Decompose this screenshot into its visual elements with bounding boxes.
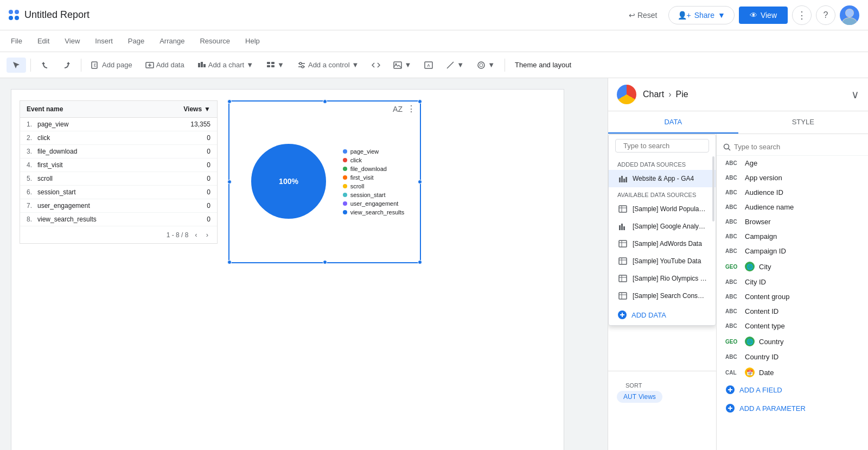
prev-page-button[interactable]: ‹ <box>193 230 199 240</box>
panel-tabs: DATA STYLE <box>608 111 868 134</box>
scorecard-dropdown[interactable]: ▼ <box>277 61 284 69</box>
panel-title: Chart › Pie <box>643 90 845 99</box>
next-page-button[interactable]: › <box>204 230 210 240</box>
sort-chip[interactable]: AUT Views <box>617 391 662 403</box>
svg-point-16 <box>302 66 304 68</box>
resize-handle-ml[interactable] <box>227 180 232 184</box>
control-dropdown[interactable]: ▼ <box>352 61 359 69</box>
resize-handle-tm[interactable] <box>323 99 327 104</box>
field-item[interactable]: ABC Country ID <box>717 350 868 364</box>
field-item[interactable]: ABC Campaign ID <box>717 244 868 258</box>
resize-handle-tr[interactable] <box>418 99 422 104</box>
ds-item-available[interactable]: [Sample] World Population D... <box>609 200 716 218</box>
ds-item-available[interactable]: [Sample] AdWords Data <box>609 235 716 252</box>
sort-section: Sort AUT Views <box>608 371 716 409</box>
shape-dropdown[interactable]: ▼ <box>488 61 495 69</box>
field-item[interactable]: ABC App version <box>717 170 868 185</box>
menu-insert[interactable]: Insert <box>88 35 119 47</box>
row-value: 0 <box>178 148 210 155</box>
add-scorecard-button[interactable]: ▼ <box>261 58 290 73</box>
svg-rect-10 <box>271 62 275 64</box>
embed-button[interactable] <box>366 58 386 73</box>
help-button[interactable]: ? <box>816 5 835 25</box>
ds-item-available[interactable]: [Sample] YouTube Data <box>609 252 716 270</box>
field-item[interactable]: ABC Content ID <box>717 304 868 319</box>
add-page-button[interactable]: Add page <box>86 58 138 73</box>
field-item[interactable]: ABC Audience ID <box>717 185 868 200</box>
legend-label: scroll <box>350 183 365 189</box>
more-button[interactable]: ⋮ <box>792 5 812 25</box>
field-item[interactable]: GEO 🌐 City <box>717 258 868 275</box>
field-item[interactable]: ABC Browser <box>717 214 868 229</box>
menu-arrange[interactable]: Arrange <box>153 35 191 47</box>
ds-item-available[interactable]: [Sample] Google Analytics D... <box>609 218 716 235</box>
add-control-button[interactable]: Add a control ▼ <box>292 58 364 73</box>
add-field-button[interactable]: ADD A FIELD <box>717 381 868 399</box>
resize-handle-bl[interactable] <box>227 260 232 264</box>
resize-handle-bm[interactable] <box>323 260 327 264</box>
image-dropdown[interactable]: ▼ <box>404 61 411 69</box>
tab-style[interactable]: STYLE <box>738 111 869 134</box>
field-name: Browser <box>745 218 771 226</box>
line-button[interactable]: ▼ <box>441 58 469 73</box>
text-button[interactable]: A <box>419 58 438 73</box>
table-pagination: 1 - 8 / 8 ‹ › <box>20 226 217 243</box>
ds-search-input[interactable] <box>623 142 714 150</box>
add-chart-button[interactable]: Add a chart ▼ <box>192 58 259 73</box>
ds-scrollbar[interactable] <box>712 156 714 221</box>
menu-view[interactable]: View <box>58 35 86 47</box>
share-button[interactable]: 👤+ Share ▼ <box>668 6 735 24</box>
add-chart-dropdown[interactable]: ▼ <box>246 61 253 69</box>
menu-edit[interactable]: Edit <box>31 35 56 47</box>
legend-item: page_view <box>343 148 405 155</box>
svg-rect-17 <box>394 62 401 68</box>
resize-handle-tl[interactable] <box>227 99 232 104</box>
menu-help[interactable]: Help <box>239 35 266 47</box>
fields-search[interactable] <box>717 138 868 156</box>
field-item[interactable]: GEO 🌐 Country <box>717 333 868 350</box>
line-dropdown[interactable]: ▼ <box>457 61 464 69</box>
field-item[interactable]: CAL 📅 Date <box>717 364 868 381</box>
table-header-views[interactable]: Views ▼ <box>183 105 210 113</box>
image-button[interactable]: ▼ <box>388 58 417 73</box>
field-item[interactable]: ABC Content group <box>717 289 868 304</box>
add-parameter-button[interactable]: ADD A PARAMETER <box>717 399 868 417</box>
tab-data[interactable]: DATA <box>608 111 738 134</box>
menu-page[interactable]: Page <box>122 35 151 47</box>
menu-file[interactable]: File <box>4 35 29 47</box>
add-data-button-panel[interactable]: ADD DATA <box>609 305 716 325</box>
ds-item-ga4[interactable]: Website & App - GA4 <box>609 170 716 187</box>
ds-icon <box>617 239 628 248</box>
field-item[interactable]: ABC Content type <box>717 319 868 333</box>
row-value: 0 <box>178 202 210 210</box>
data-source-dropdown: Added data sources Website & App - GA4 A… <box>608 134 716 326</box>
field-item[interactable]: ABC Campaign <box>717 229 868 244</box>
pie-more-icon[interactable]: ⋮ <box>407 104 416 114</box>
ds-item-available[interactable]: [Sample] Rio Olympics Data <box>609 270 716 287</box>
redo-button[interactable] <box>57 58 76 73</box>
view-button[interactable]: 👁 View <box>739 7 788 24</box>
table-widget[interactable]: Event name Views ▼ 1. page_view 13,355 2… <box>20 100 218 244</box>
undo-button[interactable] <box>35 58 55 73</box>
select-tool-button[interactable] <box>7 58 26 73</box>
az-sort-icon[interactable]: AZ <box>393 105 403 113</box>
resize-handle-mr[interactable] <box>418 180 422 184</box>
field-item[interactable]: ABC Age <box>717 156 868 170</box>
field-name: Audience name <box>745 203 794 211</box>
reset-button[interactable]: ↩ Reset <box>622 7 664 24</box>
field-item[interactable]: ABC City ID <box>717 275 868 289</box>
table-row: 3. file_download 0 <box>20 145 217 159</box>
fields-search-input[interactable] <box>734 143 861 151</box>
theme-layout-button[interactable]: Theme and layout <box>509 58 577 72</box>
resize-handle-br[interactable] <box>418 260 422 264</box>
ds-item-available[interactable]: [Sample] Search Console Da... <box>609 287 716 305</box>
field-item[interactable]: ABC Audience name <box>717 200 868 214</box>
ds-search-box[interactable] <box>615 139 709 153</box>
canvas[interactable]: Event name Views ▼ 1. page_view 13,355 2… <box>0 78 608 450</box>
add-data-button[interactable]: Add data <box>140 58 190 73</box>
avatar[interactable] <box>840 5 859 25</box>
menu-resource[interactable]: Resource <box>193 35 237 47</box>
shape-button[interactable]: ▼ <box>471 58 500 73</box>
panel-collapse-button[interactable]: ∨ <box>851 88 859 101</box>
pie-widget[interactable]: AZ ⋮ 100% <box>228 100 421 263</box>
